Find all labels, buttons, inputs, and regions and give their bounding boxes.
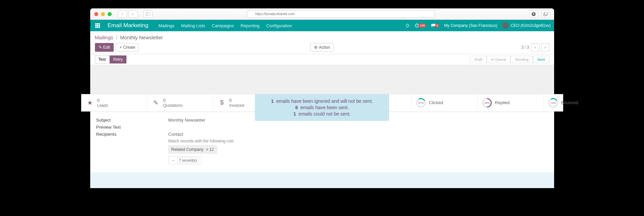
- stat-invoiced-num: 0: [229, 98, 245, 103]
- svg-rect-4: [545, 12, 548, 15]
- avatar-icon: [502, 22, 509, 29]
- status-sent[interactable]: Sent: [533, 56, 549, 63]
- tabs-icon[interactable]: [541, 10, 550, 18]
- app-name[interactable]: Email Marketing: [108, 22, 149, 29]
- pager-prev-button[interactable]: ‹: [531, 43, 539, 51]
- address-bar[interactable]: [247, 10, 435, 18]
- star-icon: ★: [86, 99, 94, 107]
- preview-text-label: Preview Text: [96, 125, 168, 130]
- maximize-window-icon[interactable]: [108, 12, 112, 16]
- titlebar-right: [529, 10, 550, 18]
- content-area: 1 emails have been ignored and will not …: [90, 94, 554, 188]
- stat-clicked[interactable]: 37% Clicked: [412, 94, 478, 111]
- pencil-icon: ✎: [99, 45, 102, 50]
- main-menu: Mailings Mailing Lists Campaigns Reporti…: [158, 23, 292, 28]
- svg-rect-5: [95, 23, 97, 25]
- sidebar-toggle-icon[interactable]: [143, 10, 153, 18]
- company-switcher[interactable]: My Company (San Francisco): [444, 23, 497, 28]
- debug-icon[interactable]: [405, 23, 410, 28]
- status-in-queue[interactable]: In Queue: [487, 56, 511, 63]
- stat-replied[interactable]: 28% Replied: [478, 94, 544, 111]
- status-draft[interactable]: Draft: [470, 56, 487, 63]
- svg-rect-13: [99, 27, 100, 28]
- arrow-right-icon: →: [171, 158, 175, 162]
- svg-rect-12: [97, 27, 98, 28]
- ring-icon: 37%: [415, 97, 426, 109]
- svg-rect-7: [99, 23, 100, 25]
- stat-leads[interactable]: ★ 0 Leads: [81, 94, 147, 111]
- pencil-icon: ✎: [152, 99, 160, 107]
- plus-icon: +: [119, 45, 122, 50]
- create-label: Create: [123, 45, 135, 50]
- records-button[interactable]: → 7 record(s): [168, 156, 202, 164]
- forward-button[interactable]: ›: [128, 10, 138, 18]
- stat-bounced[interactable]: 14% Bounced: [544, 94, 610, 111]
- edit-label: Edit: [103, 45, 110, 50]
- control-panel: Mailings / Monthly Newsletter ✎ Edit + C…: [90, 31, 554, 54]
- action-bar: Test Retry Draft In Queue Sending Sent: [90, 54, 554, 65]
- create-button[interactable]: + Create: [116, 43, 139, 52]
- svg-rect-11: [95, 27, 97, 28]
- stat-quotations-num: 0: [163, 98, 183, 103]
- stat-quotations-label: Quotations: [163, 103, 183, 108]
- menu-configuration[interactable]: Configuration: [266, 23, 292, 28]
- user-name: CEO (h2m2s3gn61xv): [511, 23, 551, 28]
- retry-button[interactable]: Retry: [110, 55, 127, 63]
- stat-bounced-label: Bounced: [561, 100, 578, 105]
- dollar-icon: $: [218, 99, 226, 107]
- menu-mailings[interactable]: Mailings: [158, 23, 174, 28]
- test-button[interactable]: Test: [95, 55, 110, 63]
- pager-text: 3 / 3: [521, 45, 529, 50]
- ring-icon: 28%: [480, 96, 494, 110]
- download-icon[interactable]: [529, 10, 538, 18]
- svg-point-14: [406, 24, 409, 27]
- breadcrumb: Mailings / Monthly Newsletter: [95, 35, 549, 40]
- user-menu[interactable]: CEO (h2m2s3gn61xv): [502, 22, 551, 29]
- stat-quotations[interactable]: ✎ 0 Quotations: [147, 94, 213, 111]
- action-button[interactable]: ⚙ Action: [310, 43, 334, 52]
- ring-icon: 14%: [547, 97, 558, 109]
- svg-rect-6: [97, 23, 98, 25]
- browser-window: ‹ › 🔍 Email Marketing Mailings: [90, 8, 554, 188]
- status-bar: Draft In Queue Sending Sent: [470, 56, 549, 63]
- pager: 3 / 3 ‹ ›: [521, 43, 549, 51]
- preview-text-value: [168, 125, 548, 130]
- alert-ignored-text: emails have been ignored and will not be…: [276, 98, 373, 104]
- pager-next-button[interactable]: ›: [541, 43, 549, 51]
- stat-leads-label: Leads: [97, 103, 108, 108]
- close-window-icon[interactable]: [94, 12, 98, 16]
- alert-sent-count: 6: [295, 105, 298, 110]
- stat-clicked-label: Clicked: [429, 100, 443, 105]
- stat-leads-num: 0: [97, 98, 108, 103]
- subject-label: Subject: [96, 118, 168, 123]
- menu-mailing-lists[interactable]: Mailing Lists: [181, 23, 205, 28]
- rule-field: Related Company: [171, 147, 204, 152]
- topbar-right: 106 6 My Company (San Francisco) CEO (h2…: [405, 22, 550, 29]
- menu-reporting[interactable]: Reporting: [240, 23, 259, 28]
- alert-failed-count: 1: [293, 111, 296, 117]
- svg-rect-9: [97, 25, 98, 26]
- stat-replied-label: Replied: [495, 100, 510, 105]
- menu-campaigns[interactable]: Campaigns: [212, 23, 234, 28]
- rule-op: = 12: [206, 147, 214, 152]
- svg-line-21: [417, 26, 418, 26]
- activities-icon[interactable]: 106: [415, 23, 426, 28]
- messages-icon[interactable]: 6: [431, 23, 439, 28]
- breadcrumb-current: Monthly Newsletter: [120, 35, 163, 40]
- window-controls: [94, 12, 112, 16]
- back-button[interactable]: ‹: [118, 10, 127, 18]
- recipients-label: Recipients: [96, 132, 168, 164]
- edit-button[interactable]: ✎ Edit: [95, 43, 114, 52]
- address-bar-container: 🔍: [156, 10, 526, 18]
- activities-badge: 106: [419, 24, 426, 28]
- status-sending[interactable]: Sending: [511, 56, 533, 63]
- breadcrumb-root[interactable]: Mailings: [95, 35, 113, 40]
- domain-rule: Related Company = 12: [168, 145, 217, 154]
- rule-hint: Match records with the following rule:: [168, 139, 548, 143]
- app-topbar: Email Marketing Mailings Mailing Lists C…: [90, 20, 554, 31]
- minimize-window-icon[interactable]: [101, 12, 105, 16]
- records-count: 7 record(s): [177, 158, 199, 163]
- apps-icon[interactable]: [94, 21, 102, 30]
- messages-badge: 6: [435, 24, 439, 28]
- mailing-alert: 1 emails have been ignored and will not …: [255, 94, 389, 121]
